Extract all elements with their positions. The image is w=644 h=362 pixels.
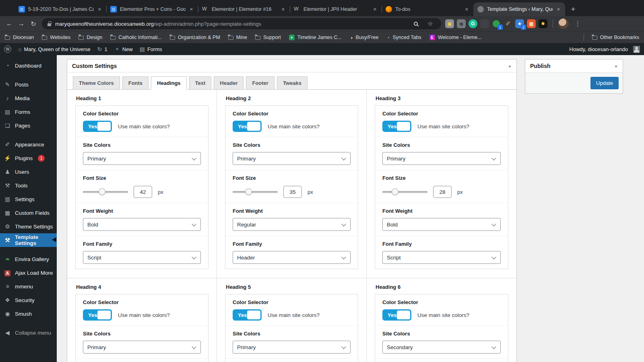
other-bookmarks[interactable]: Other Bookmarks [592, 35, 639, 40]
font-size-slider[interactable] [233, 188, 278, 195]
bookmark-item[interactable]: EWelcome - Eleme... [429, 35, 482, 40]
admin-bar-account[interactable]: Howdy, diocesan-orlando [569, 46, 640, 53]
sidebar-item-custom-fields[interactable]: ▦Custom Fields [0, 206, 57, 220]
screenshot-extension-icon[interactable]: ▣ [445, 19, 454, 28]
bookmark-item[interactable]: ◔Synced Tabs [387, 35, 421, 41]
font-weight-select[interactable]: Bold [382, 218, 501, 231]
sidebar-item-appearance[interactable]: ✐Appearance [0, 138, 57, 151]
bookmark-item[interactable]: Support [255, 35, 281, 40]
zoom-out-icon[interactable] [411, 22, 421, 26]
bookmark-item[interactable]: Organization & PM [170, 35, 220, 40]
admin-bar-site-link[interactable]: ⌂ Mary, Queen of the Universe [18, 46, 91, 52]
use-main-colors-toggle[interactable]: Yes [233, 121, 262, 132]
sidebar-item-smush[interactable]: ◉Smush [0, 307, 57, 321]
collapse-triangle-icon[interactable]: ▲ [508, 64, 512, 68]
toggle-knob[interactable] [97, 122, 111, 131]
admin-bar-new[interactable]: ＋ New [114, 45, 133, 53]
wp-logo-icon[interactable]: W [4, 45, 11, 53]
browser-tab[interactable]: WElementor | Elementor #16✕ [198, 2, 290, 16]
url-text[interactable]: maryqueenoftheuniverse.diocesanweb.org/w… [55, 21, 407, 27]
tab-theme-colors[interactable]: Theme Colors [73, 76, 120, 90]
font-size-slider[interactable] [382, 188, 427, 195]
pen-extension-icon[interactable]: ✐ [504, 19, 512, 28]
sidebar-item-settings[interactable]: ▥Settings [0, 192, 57, 206]
lightbulb-extension-icon[interactable]: ✹ [539, 19, 547, 28]
bookmark-item[interactable]: Design [78, 35, 102, 40]
toggle-knob[interactable] [97, 311, 111, 319]
collapse-triangle-icon[interactable]: ▲ [614, 64, 618, 68]
toggle-knob[interactable] [397, 311, 410, 319]
bookmark-item[interactable]: Mine [228, 35, 247, 40]
sidebar-item-forms[interactable]: ▤Forms [0, 105, 57, 119]
tab-close-icon[interactable]: ✕ [97, 7, 102, 12]
sidebar-item-pages[interactable]: ❏Pages [0, 119, 57, 132]
bookmark-item[interactable]: Diocesan [5, 35, 34, 40]
status-extension-icon[interactable]: 1 [492, 19, 501, 28]
back-icon[interactable]: ← [3, 18, 15, 30]
tab-close-icon[interactable]: ✕ [372, 7, 378, 12]
tab-header[interactable]: Header [214, 76, 244, 90]
font-weight-select[interactable]: Regular [233, 218, 351, 231]
font-size-input[interactable] [283, 186, 302, 198]
sidebar-item-theme-settings[interactable]: ⚙Theme Settings [0, 220, 57, 233]
browser-menu-icon[interactable]: ⋮ [572, 20, 584, 27]
site-colors-select[interactable]: Secondary [382, 341, 501, 354]
sidebar-item-dashboard[interactable]: ◔Dashboard [0, 59, 57, 72]
font-size-slider[interactable] [83, 188, 128, 195]
tab-close-icon[interactable]: ✕ [556, 7, 561, 12]
bookmark-item[interactable]: Catholic Informati... [110, 35, 162, 40]
sidebar-item-collapse-menu[interactable]: ◀Collapse menu [0, 326, 57, 339]
use-main-colors-toggle[interactable]: Yes [382, 309, 411, 321]
sidebar-item-plugins[interactable]: ⚡Plugins1 [0, 151, 57, 165]
toggle-knob[interactable] [247, 311, 260, 319]
slider-thumb[interactable] [245, 188, 252, 195]
disabled-extension-icon[interactable] [480, 19, 489, 28]
use-main-colors-toggle[interactable]: Yes [233, 309, 262, 321]
tab-headings[interactable]: Headings [151, 76, 187, 90]
tab-tweaks[interactable]: Tweaks [277, 76, 308, 90]
sidebar-item-users[interactable]: ♟Users [0, 165, 57, 179]
tab-close-icon[interactable]: ✕ [189, 7, 194, 12]
sidebar-item-template-settings[interactable]: ⚒Template Settings [0, 233, 57, 247]
use-main-colors-toggle[interactable]: Yes [382, 121, 411, 132]
tab-fonts[interactable]: Fonts [122, 76, 149, 90]
toggle-knob[interactable] [397, 122, 410, 131]
bookmark-item[interactable]: +Timeline James C... [289, 35, 342, 40]
slider-thumb[interactable] [392, 188, 398, 195]
tab-footer[interactable]: Footer [246, 76, 274, 90]
use-main-colors-toggle[interactable]: Yes [83, 309, 112, 321]
font-size-input[interactable] [134, 186, 152, 198]
font-family-select[interactable]: Header [233, 251, 351, 264]
font-family-select[interactable]: Script [83, 251, 201, 264]
address-bar[interactable]: maryqueenoftheuniverse.diocesanweb.org/w… [42, 18, 441, 29]
browser-tab[interactable]: Template Settings ‹ Mary, Que✕ [473, 2, 565, 16]
font-size-input[interactable] [433, 186, 452, 198]
site-colors-select[interactable]: Primary [382, 152, 501, 165]
camera-extension-icon[interactable]: ◉ [457, 19, 466, 28]
site-colors-select[interactable]: Primary [83, 152, 201, 165]
sidebar-item-ajax-load-more[interactable]: AAjax Load More [0, 266, 57, 280]
sidebar-item-media[interactable]: ♪Media [0, 91, 57, 105]
red-extension-icon[interactable]: ▦ [527, 19, 536, 28]
browser-tab[interactable]: Elementor Pros + Cons - Goog✕ [106, 2, 198, 16]
sidebar-item-envira-gallery[interactable]: ❧Envira Gallery [0, 252, 57, 266]
site-colors-select[interactable]: Primary [233, 152, 351, 165]
site-colors-select[interactable]: Primary [83, 341, 201, 354]
grammarly-extension-icon[interactable]: G [469, 19, 477, 28]
tab-close-icon[interactable]: ✕ [281, 7, 286, 12]
bookmark-item[interactable]: Websites [42, 35, 70, 40]
reload-icon[interactable]: ↻ [27, 18, 39, 30]
admin-bar-forms[interactable]: ▤ Forms [140, 46, 162, 52]
tab-close-icon[interactable]: ✕ [464, 7, 469, 12]
update-button[interactable]: Update [590, 77, 619, 89]
new-tab-button[interactable]: + [568, 4, 579, 15]
slider-thumb[interactable] [99, 188, 105, 195]
browser-tab[interactable]: 5-19-2020 To-Dos | James Cat✕ [14, 2, 106, 16]
bookmark-extension-icon[interactable]: ★2 [515, 19, 524, 28]
browser-tab[interactable]: To-dos✕ [382, 2, 473, 16]
admin-bar-updates[interactable]: ↻ 1 [97, 46, 107, 52]
toggle-knob[interactable] [247, 122, 260, 131]
sidebar-item-posts[interactable]: ✎Posts [0, 78, 57, 91]
use-main-colors-toggle[interactable]: Yes [83, 121, 112, 132]
bookmark-star-icon[interactable]: ☆ [425, 20, 436, 27]
